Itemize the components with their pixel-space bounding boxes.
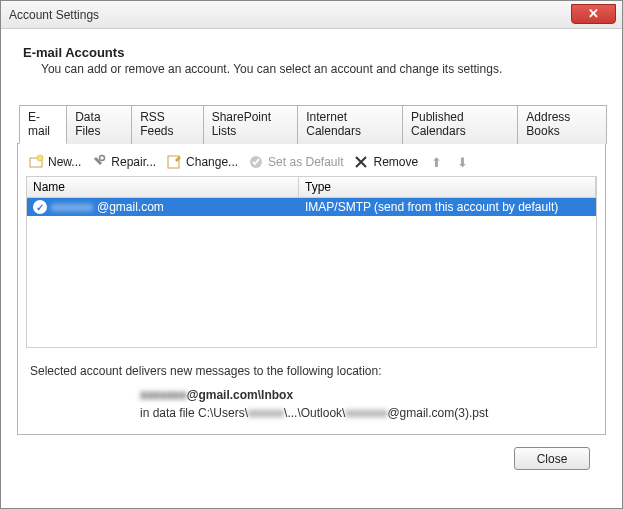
delivery-mailbox-blurred: xxxxxxx bbox=[140, 388, 187, 402]
delivery-mailbox-suffix: @gmail.com\Inbox bbox=[187, 388, 293, 402]
tab-sharepoint-lists[interactable]: SharePoint Lists bbox=[203, 105, 299, 144]
repair-icon bbox=[91, 154, 107, 170]
tab-panel-email: New... Repair... Change... Set as Defaul… bbox=[17, 144, 606, 435]
content-area: E-mail Accounts You can add or remove an… bbox=[1, 29, 622, 480]
tab-strip: E-mail Data Files RSS Feeds SharePoint L… bbox=[17, 104, 606, 144]
delivery-path-blur2: xxxxxxx bbox=[345, 406, 387, 420]
set-default-button: Set as Default bbox=[248, 154, 343, 170]
account-name-cell: ✓ xxxxxxx@gmail.com bbox=[27, 200, 299, 214]
remove-button[interactable]: Remove bbox=[353, 154, 418, 170]
dialog-footer: Close bbox=[17, 439, 606, 470]
delivery-path-p3: @gmail.com(3).pst bbox=[387, 406, 488, 420]
heading-title: E-mail Accounts bbox=[23, 45, 600, 60]
tab-data-files[interactable]: Data Files bbox=[66, 105, 132, 144]
delivery-path-p2: \...\Outlook\ bbox=[284, 406, 345, 420]
close-button[interactable]: Close bbox=[514, 447, 590, 470]
titlebar: Account Settings ✕ bbox=[1, 1, 622, 29]
toolbar: New... Repair... Change... Set as Defaul… bbox=[26, 152, 597, 176]
heading-subtitle: You can add or remove an account. You ca… bbox=[41, 62, 600, 76]
repair-label: Repair... bbox=[111, 155, 156, 169]
tab-address-books[interactable]: Address Books bbox=[517, 105, 607, 144]
check-icon bbox=[248, 154, 264, 170]
window-title: Account Settings bbox=[9, 8, 99, 22]
delivery-path-p1: in data file C:\Users\ bbox=[140, 406, 248, 420]
change-icon bbox=[166, 154, 182, 170]
change-button[interactable]: Change... bbox=[166, 154, 238, 170]
account-row[interactable]: ✓ xxxxxxx@gmail.com IMAP/SMTP (send from… bbox=[27, 198, 596, 216]
tab-internet-calendars[interactable]: Internet Calendars bbox=[297, 105, 403, 144]
new-label: New... bbox=[48, 155, 81, 169]
tab-published-calendars[interactable]: Published Calendars bbox=[402, 105, 518, 144]
account-list[interactable]: ✓ xxxxxxx@gmail.com IMAP/SMTP (send from… bbox=[26, 198, 597, 348]
change-label: Change... bbox=[186, 155, 238, 169]
tab-email[interactable]: E-mail bbox=[19, 105, 67, 144]
move-up-icon: ⬆ bbox=[428, 154, 444, 170]
delivery-path-blur1: xxxxxx bbox=[248, 406, 284, 420]
delivery-detail: xxxxxxx@gmail.com\Inbox in data file C:\… bbox=[140, 386, 593, 422]
delivery-section: Selected account delivers new messages t… bbox=[26, 364, 597, 422]
svg-point-2 bbox=[100, 156, 105, 161]
svg-point-1 bbox=[37, 155, 43, 161]
set-default-label: Set as Default bbox=[268, 155, 343, 169]
remove-label: Remove bbox=[373, 155, 418, 169]
account-type-cell: IMAP/SMTP (send from this account by def… bbox=[299, 200, 596, 214]
list-header: Name Type bbox=[26, 176, 597, 198]
account-name-blurred: xxxxxxx bbox=[51, 200, 93, 214]
repair-button[interactable]: Repair... bbox=[91, 154, 156, 170]
default-account-icon: ✓ bbox=[33, 200, 47, 214]
new-icon bbox=[28, 154, 44, 170]
column-header-type[interactable]: Type bbox=[299, 177, 596, 197]
close-icon: ✕ bbox=[588, 6, 599, 21]
new-button[interactable]: New... bbox=[28, 154, 81, 170]
delivery-intro: Selected account delivers new messages t… bbox=[30, 364, 593, 378]
column-header-name[interactable]: Name bbox=[27, 177, 299, 197]
move-down-icon: ⬇ bbox=[454, 154, 470, 170]
heading: E-mail Accounts You can add or remove an… bbox=[17, 41, 606, 86]
remove-icon bbox=[353, 154, 369, 170]
tab-rss-feeds[interactable]: RSS Feeds bbox=[131, 105, 203, 144]
account-name-suffix: @gmail.com bbox=[97, 200, 164, 214]
window-close-button[interactable]: ✕ bbox=[571, 4, 616, 24]
